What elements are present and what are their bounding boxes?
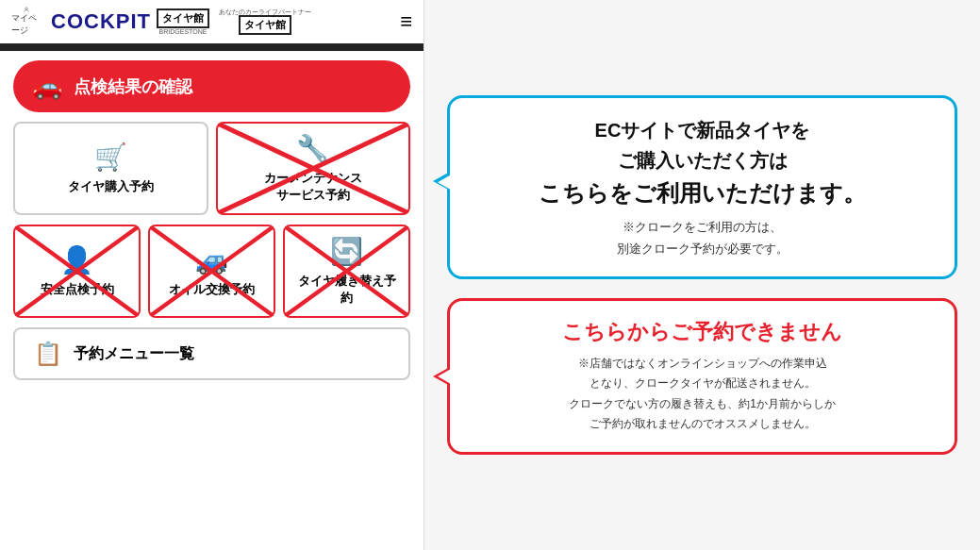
- tire-rotation-label: タイヤ履き替え予約: [292, 273, 401, 307]
- tire-icon: 🔄: [330, 236, 363, 267]
- header: マイページ COCKPIT タイヤ館 BRIDGESTONE あなたのカーライフ…: [0, 0, 424, 45]
- cockpit-logo: COCKPIT: [51, 9, 151, 34]
- avatar-section: マイページ: [11, 7, 42, 37]
- safety-inspection-label: 安全点検予約: [41, 281, 114, 298]
- car-maintenance-label: カーメンテナンスサービス予約: [264, 170, 362, 204]
- svg-point-0: [25, 8, 28, 10]
- right-panel: ECサイトで新品タイヤを ご購入いただく方は こちらをご利用いただけます。 ※ク…: [424, 0, 980, 550]
- blue-bubble: ECサイトで新品タイヤを ご購入いただく方は こちらをご利用いただけます。 ※ク…: [447, 95, 957, 279]
- second-logo-box: あなたのカーライフパートナー タイヤ館: [219, 8, 311, 35]
- blue-line3: こちらをご利用いただけます。: [539, 180, 866, 206]
- menu-grid-top: 🛒 タイヤ購入予約 🔧 カーメンテナンスサービス予約: [13, 122, 410, 215]
- wrench-icon: 🔧: [296, 133, 329, 164]
- left-panel: マイページ COCKPIT タイヤ館 BRIDGESTONE あなたのカーライフ…: [0, 0, 424, 550]
- cart-icon: 🛒: [94, 142, 127, 173]
- person-car-icon: 👤: [60, 244, 93, 275]
- oil-change-label: オイル交換予約: [169, 281, 255, 298]
- car-icon: 🚗: [32, 72, 62, 101]
- taiyakan-logo: タイヤ館 BRIDGESTONE: [157, 8, 209, 35]
- second-top-text: あなたのカーライフパートナー: [219, 8, 311, 15]
- tire-purchase-label: タイヤ購入予約: [68, 178, 154, 195]
- second-name-box: タイヤ館: [239, 15, 291, 35]
- menu-item-tire-purchase[interactable]: 🛒 タイヤ購入予約: [13, 122, 208, 215]
- menu-item-oil-change[interactable]: 🚙 オイル交換予約: [148, 225, 275, 318]
- inspection-button[interactable]: 🚗 点検結果の確認: [13, 60, 410, 112]
- red-bubble: こちらからご予約できません ※店舗ではなくオンラインショップへの作業申込 となり…: [447, 298, 957, 455]
- car-icon: 🚙: [195, 244, 228, 275]
- red-bubble-title: こちらからご予約できません: [471, 318, 934, 346]
- blue-bubble-sub: ※クロークをご利用の方は、別途クローク予約が必要です。: [471, 217, 934, 258]
- menu-grid-bottom: 👤 安全点検予約 🚙 オイル交換予約: [13, 225, 410, 318]
- hamburger-menu[interactable]: ≡: [400, 9, 412, 34]
- header-logo: COCKPIT タイヤ館 BRIDGESTONE あなたのカーライフパートナー …: [51, 8, 400, 35]
- red-bubble-body: ※店舗ではなくオンラインショップへの作業申込 となり、クロークタイヤが配送されま…: [471, 354, 934, 435]
- list-icon: 📋: [34, 341, 62, 367]
- blue-line2: ご購入いただく方は: [618, 150, 788, 171]
- menu-item-car-maintenance[interactable]: 🔧 カーメンテナンスサービス予約: [216, 122, 411, 215]
- blue-bubble-title: ECサイトで新品タイヤを ご購入いただく方は こちらをご利用いただけます。: [471, 115, 934, 211]
- menu-item-safety-inspection[interactable]: 👤 安全点検予約: [13, 225, 141, 318]
- reservation-list-button[interactable]: 📋 予約メニュー一覧: [13, 327, 410, 380]
- blue-line1: ECサイトで新品タイヤを: [595, 120, 810, 141]
- reservation-list-label: 予約メニュー一覧: [74, 344, 194, 364]
- menu-item-tire-rotation[interactable]: 🔄 タイヤ履き替え予約: [283, 225, 410, 318]
- bridgestone-label: BRIDGESTONE: [159, 28, 208, 35]
- inspection-label: 点検結果の確認: [74, 75, 192, 98]
- taiyakan-box: タイヤ館: [157, 8, 209, 28]
- mypage-label: マイページ: [11, 12, 42, 37]
- main-content: 🚗 点検結果の確認 🛒 タイヤ購入予約 🔧 カーメンテナンスサービス予約: [0, 51, 424, 550]
